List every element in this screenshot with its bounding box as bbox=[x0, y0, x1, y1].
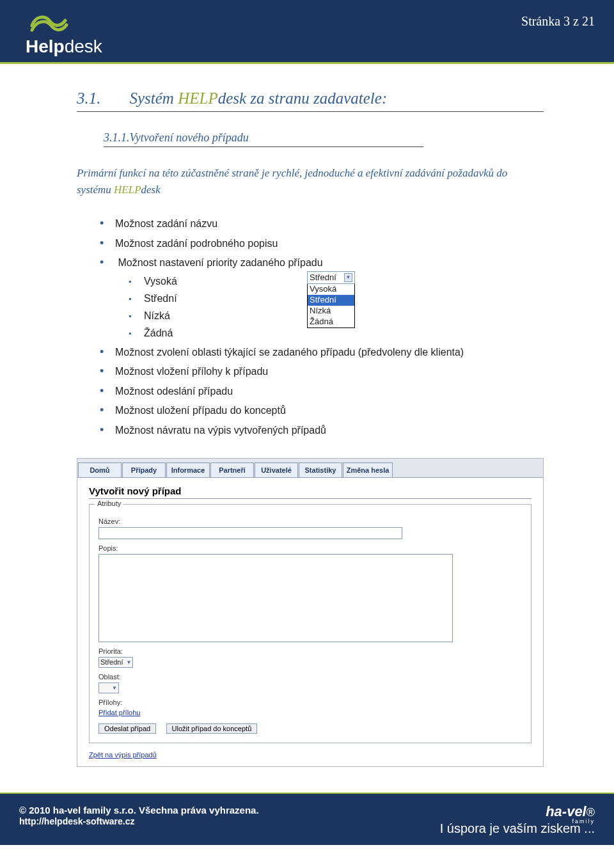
list-item: Možnost vložení přílohy k případu bbox=[115, 361, 544, 381]
intro-help: HELP bbox=[114, 184, 141, 196]
button-row: Odeslat případ Uložit případ do konceptů bbox=[98, 723, 522, 734]
name-input[interactable] bbox=[98, 527, 402, 539]
h1-post: za stranu zadavatele: bbox=[246, 90, 387, 107]
list-item-label: Možnost nastavení priority zadaného příp… bbox=[118, 257, 322, 268]
tab-stats[interactable]: Statistiky bbox=[299, 462, 342, 477]
label-priority: Priorita: bbox=[98, 647, 522, 655]
dropdown-list: Vysoká Střední Nízká Žádná bbox=[307, 284, 355, 328]
priority-select-value: Střední bbox=[100, 658, 123, 666]
heading-2: 3.1.1.Vytvoření nového případu bbox=[104, 131, 423, 147]
description-textarea[interactable] bbox=[98, 554, 453, 642]
attributes-fieldset: Atributy Název: Popis: Priorita: Střední… bbox=[89, 504, 531, 743]
logo: Helpdesk bbox=[26, 10, 102, 57]
h1-help: HELP bbox=[178, 90, 218, 107]
back-to-list-link[interactable]: Zpět na výpis případů bbox=[89, 751, 531, 759]
h1-pre: Systém bbox=[130, 90, 178, 107]
list-item: Možnost uložení případu do konceptů bbox=[115, 400, 544, 420]
app-screenshot: Domů Případy Informace Partneři Uživatel… bbox=[77, 458, 544, 767]
dropdown-option-selected[interactable]: Střední bbox=[308, 295, 354, 306]
dropdown-option[interactable]: Vysoká bbox=[308, 284, 354, 295]
logo-swirl-icon bbox=[26, 10, 70, 35]
form-panel: Vytvořit nový případ Atributy Název: Pop… bbox=[77, 477, 543, 766]
intro-paragraph: Primární funkcí na této zúčastněné stran… bbox=[77, 165, 544, 198]
h1-number: 3.1. bbox=[77, 90, 101, 107]
dropdown-option[interactable]: Nízká bbox=[308, 306, 354, 317]
dropdown-option[interactable]: Žádná bbox=[308, 317, 354, 327]
footer-slogan: I úspora je vaším ziskem ... bbox=[440, 821, 595, 836]
list-item: Možnost návratu na výpis vytvořených pří… bbox=[115, 420, 544, 440]
label-description: Popis: bbox=[98, 544, 522, 552]
tab-home[interactable]: Domů bbox=[78, 462, 122, 477]
list-item-priority: Možnost nastavení priority zadaného příp… bbox=[115, 253, 544, 342]
tab-partners[interactable]: Partneři bbox=[210, 462, 254, 477]
copyright-text: © 2010 ha-vel family s.r.o. Všechna práv… bbox=[19, 804, 595, 817]
area-select[interactable]: ▼ bbox=[98, 683, 119, 693]
chevron-down-icon: ▼ bbox=[126, 659, 131, 665]
page-number: Stránka 3 z 21 bbox=[521, 14, 595, 29]
page-header: Helpdesk Stránka 3 z 21 bbox=[0, 0, 614, 64]
list-item: Možnost zvolení oblasti týkající se zada… bbox=[115, 342, 544, 362]
intro-desk: desk bbox=[141, 184, 161, 196]
add-attachment-link[interactable]: Přidat přílohu bbox=[98, 709, 140, 716]
chevron-down-icon: ▼ bbox=[344, 273, 352, 282]
heading-1: 3.1.Systém HELPdesk za stranu zadavatele… bbox=[77, 90, 544, 112]
tab-cases[interactable]: Případy bbox=[122, 462, 166, 477]
priority-dropdown-demo: Střední ▼ Vysoká Střední Nízká Žádná bbox=[307, 271, 355, 328]
priority-select[interactable]: Střední ▼ bbox=[98, 657, 133, 668]
h1-desk: desk bbox=[218, 90, 246, 107]
fieldset-legend: Atributy bbox=[95, 500, 123, 507]
label-attachments: Přílohy: bbox=[98, 698, 522, 706]
save-draft-button[interactable]: Uložit případ do konceptů bbox=[166, 723, 258, 734]
tab-info[interactable]: Informace bbox=[166, 462, 210, 477]
brand-name: ha-vel bbox=[546, 803, 586, 819]
dropdown-selected[interactable]: Střední ▼ bbox=[307, 271, 355, 284]
content-area: 3.1.Systém HELPdesk za stranu zadavatele… bbox=[0, 64, 614, 793]
tab-users[interactable]: Uživatelé bbox=[255, 462, 298, 477]
logo-text: Helpdesk bbox=[26, 36, 102, 57]
tab-password[interactable]: Změna hesla bbox=[343, 462, 393, 477]
feature-list: Možnost zadání názvu Možnost zadání podr… bbox=[115, 214, 544, 440]
panel-title: Vytvořit nový případ bbox=[89, 485, 531, 499]
logo-desk: desk bbox=[65, 36, 102, 56]
tab-bar: Domů Případy Informace Partneři Uživatel… bbox=[77, 459, 543, 477]
dropdown-selected-text: Střední bbox=[310, 272, 336, 283]
list-item: Možnost zadání podrobného popisu bbox=[115, 233, 544, 253]
label-name: Název: bbox=[98, 517, 522, 525]
send-case-button[interactable]: Odeslat případ bbox=[98, 723, 156, 734]
label-area: Oblast: bbox=[98, 673, 522, 681]
logo-help: Help bbox=[26, 36, 65, 56]
list-item: Možnost odeslání případu bbox=[115, 381, 544, 401]
page-footer: © 2010 ha-vel family s.r.o. Všechna práv… bbox=[0, 794, 614, 845]
chevron-down-icon: ▼ bbox=[112, 685, 117, 691]
list-item: Možnost zadání názvu bbox=[115, 214, 544, 233]
